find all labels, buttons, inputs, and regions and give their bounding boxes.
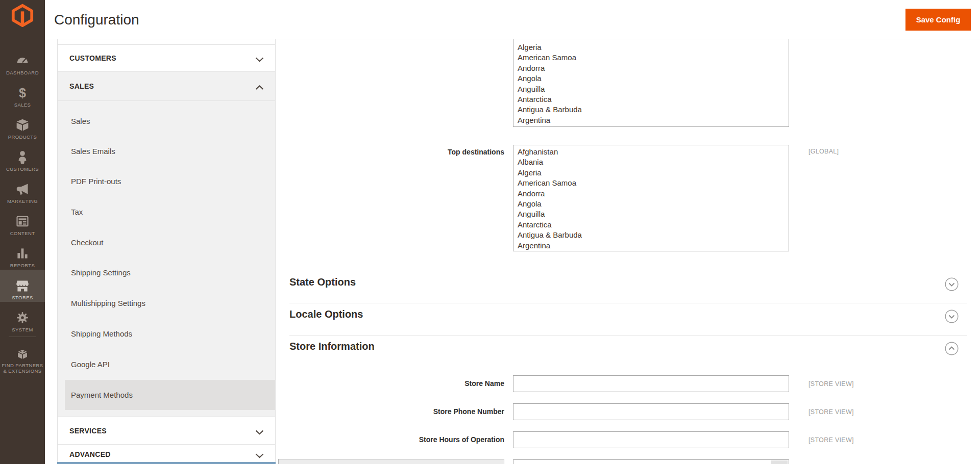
country-option[interactable]: Antarctica xyxy=(513,94,789,105)
nav-item-tax[interactable]: Tax xyxy=(58,197,275,227)
dollar-icon: $ xyxy=(19,86,26,100)
nav-section-sales[interactable]: SALES xyxy=(58,72,275,101)
scope-note-store-view: [STORE VIEW] xyxy=(808,408,854,416)
partial-select-field[interactable] xyxy=(513,459,789,464)
admin-sidebar: DASHBOARD $ SALES PRODUCTS CUSTOMERS xyxy=(0,0,45,464)
box-icon xyxy=(15,118,30,132)
module-icon xyxy=(15,347,30,360)
nav-item-payment-methods[interactable]: Payment Methods xyxy=(65,380,275,410)
storefront-icon xyxy=(15,278,30,293)
save-config-button[interactable]: Save Config xyxy=(905,9,971,31)
nav-item-shipping-methods[interactable]: Shipping Methods xyxy=(58,319,275,349)
scope-note-global: [GLOBAL] xyxy=(808,148,839,155)
nav-section-services[interactable]: SERVICES xyxy=(58,417,275,445)
sidebar-item-stores[interactable]: STORES xyxy=(0,270,45,302)
scope-note-store-view: [STORE VIEW] xyxy=(808,436,854,444)
sidebar-item-label: FIND PARTNERS & EXTENSIONS xyxy=(2,363,43,374)
scope-note-store-view: [STORE VIEW] xyxy=(808,380,854,388)
nav-item-multishipping-settings[interactable]: Multishipping Settings xyxy=(58,288,275,318)
sidebar-item-label: CUSTOMERS xyxy=(6,166,39,172)
partial-gray-box xyxy=(278,459,504,464)
collapse-button-locale-options[interactable] xyxy=(945,310,959,323)
nav-sales-subpanel: Sales Sales Emails PDF Print-outs Tax Ch… xyxy=(58,101,275,417)
nav-section-label: CUSTOMERS xyxy=(69,54,116,62)
gauge-icon xyxy=(15,54,30,68)
nav-bottom-indicator xyxy=(57,462,276,464)
store-hours-of-operation-input[interactable] xyxy=(513,431,789,448)
sidebar-item-customers[interactable]: CUSTOMERS xyxy=(0,141,45,173)
nav-item-google-api[interactable]: Google API xyxy=(58,349,275,379)
sidebar-item-label: STORES xyxy=(12,295,33,300)
country-option[interactable]: Armenia xyxy=(513,251,789,251)
sidebar-item-system[interactable]: SYSTEM xyxy=(0,302,45,334)
country-option[interactable]: Afghanistan xyxy=(513,147,789,157)
sidebar-item-reports[interactable]: REPORTS xyxy=(0,238,45,270)
country-option[interactable]: Andorra xyxy=(513,63,789,73)
page-title: Configuration xyxy=(54,10,139,29)
country-option[interactable]: Angola xyxy=(513,73,789,84)
country-option[interactable]: Antigua & Barbuda xyxy=(513,105,789,115)
sidebar-divider xyxy=(9,337,36,337)
section-heading-state-options[interactable]: State Options xyxy=(289,276,356,288)
sidebar-item-sales[interactable]: $ SALES xyxy=(0,77,45,109)
chevron-up-icon xyxy=(255,84,264,92)
nav-section-label: SERVICES xyxy=(69,427,107,435)
chevron-down-circle-icon xyxy=(945,310,959,323)
nav-item-shipping-settings[interactable]: Shipping Settings xyxy=(58,257,275,288)
store-phone-number-input[interactable] xyxy=(513,403,789,420)
sidebar-item-label: REPORTS xyxy=(10,263,35,268)
layout-icon xyxy=(15,214,30,228)
nav-item-sales-emails[interactable]: Sales Emails xyxy=(58,136,275,166)
top-destinations-label: Top destinations xyxy=(276,147,504,157)
country-option[interactable]: Algeria xyxy=(513,42,789,53)
megaphone-icon xyxy=(15,182,30,196)
section-divider xyxy=(289,335,967,336)
store-name-input[interactable] xyxy=(513,375,789,392)
country-option[interactable]: American Samoa xyxy=(513,178,789,188)
nav-section-partial xyxy=(58,39,275,45)
nav-item-pdf-print-outs[interactable]: PDF Print-outs xyxy=(58,166,275,196)
collapse-button-state-options[interactable] xyxy=(945,277,959,291)
sidebar-item-content[interactable]: CONTENT xyxy=(0,205,45,238)
nav-item-checkout[interactable]: Checkout xyxy=(58,227,275,257)
sidebar-item-label: SALES xyxy=(14,102,31,108)
nav-section-label: SALES xyxy=(69,82,94,90)
country-option[interactable]: Antarctica xyxy=(513,220,789,230)
sidebar-item-label: SYSTEM xyxy=(12,327,33,332)
person-icon xyxy=(15,150,30,164)
magento-logo[interactable] xyxy=(11,4,34,27)
country-option[interactable]: Anguilla xyxy=(513,209,789,219)
select-arrow-area xyxy=(771,460,788,464)
section-heading-store-information[interactable]: Store Information xyxy=(289,341,375,352)
collapse-button-store-information[interactable] xyxy=(945,342,959,355)
sidebar-item-find-partners[interactable]: FIND PARTNERS & EXTENSIONS xyxy=(0,343,45,375)
nav-item-sales[interactable]: Sales xyxy=(58,106,275,136)
section-divider xyxy=(289,271,967,271)
nav-section-label: ADVANCED xyxy=(69,450,111,458)
sidebar-item-label: PRODUCTS xyxy=(8,134,37,140)
nav-section-advanced[interactable]: ADVANCED xyxy=(58,445,275,464)
store-hours-of-operation-label: Store Hours of Operation xyxy=(276,431,504,448)
country-option[interactable]: Albania xyxy=(513,157,789,167)
top-destinations-listbox[interactable]: AfghanistanAlbaniaAlgeriaAmerican SamoaA… xyxy=(513,145,789,251)
store-name-label: Store Name xyxy=(276,375,504,392)
allowed-countries-listbox[interactable]: AlgeriaAmerican SamoaAndorraAngolaAnguil… xyxy=(513,39,789,127)
country-option[interactable]: Algeria xyxy=(513,168,789,178)
magento-admin-configuration-page: DASHBOARD $ SALES PRODUCTS CUSTOMERS xyxy=(0,0,980,464)
sidebar-item-dashboard[interactable]: DASHBOARD xyxy=(0,45,45,77)
sidebar-item-marketing[interactable]: MARKETING xyxy=(0,173,45,205)
page-header xyxy=(45,0,980,39)
country-option[interactable]: Andorra xyxy=(513,189,789,199)
country-option[interactable]: Angola xyxy=(513,199,789,209)
section-heading-locale-options[interactable]: Locale Options xyxy=(289,308,363,320)
country-option[interactable]: Argentina xyxy=(513,115,789,125)
magento-logo-icon xyxy=(11,4,34,27)
country-option[interactable]: American Samoa xyxy=(513,53,789,63)
sidebar-item-products[interactable]: PRODUCTS xyxy=(0,109,45,141)
country-option[interactable]: Anguilla xyxy=(513,84,789,94)
section-divider xyxy=(289,303,967,303)
chevron-down-icon xyxy=(255,452,264,460)
country-option[interactable]: Argentina xyxy=(513,241,789,251)
nav-section-customers[interactable]: CUSTOMERS xyxy=(58,45,275,72)
country-option[interactable]: Antigua & Barbuda xyxy=(513,230,789,240)
